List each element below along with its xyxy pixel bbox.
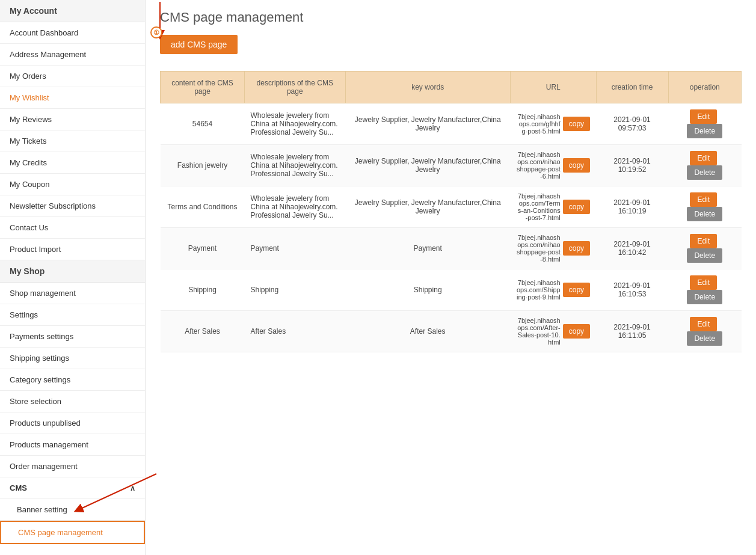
table-row: Terms and Conditions Wholesale jewelery … — [161, 186, 742, 228]
sidebar-item-account-dashboard[interactable]: Account Dashboard — [0, 22, 145, 44]
cell-description: Payment — [245, 228, 346, 269]
edit-button[interactable]: Edit — [690, 192, 717, 207]
cell-keywords: Jewelry Supplier, Jewelry Manufacturer,C… — [345, 103, 510, 145]
cell-description: Wholesale jewelery from China at Nihaoje… — [245, 145, 346, 186]
sidebar-item-products-unpublised[interactable]: Products unpublised — [0, 412, 145, 434]
sidebar-item-my-credits[interactable]: My Credits — [0, 152, 145, 174]
delete-button[interactable]: Delete — [687, 207, 722, 221]
copy-button[interactable]: copy — [563, 117, 590, 131]
sidebar-item-address-management[interactable]: Address Management — [0, 44, 145, 66]
sidebar-item-category-settings[interactable]: Category settings — [0, 369, 145, 391]
cell-content: Terms and Conditions — [161, 186, 245, 228]
sidebar-item-cms-page-management[interactable]: CMS page management — [0, 521, 145, 544]
sidebar-item-cms[interactable]: CMS ∧ — [0, 477, 145, 499]
cell-creation-time: 2021-09-01 16:10:42 — [596, 228, 668, 269]
cell-content: After Sales — [161, 311, 245, 352]
col-content: content of the CMS page — [161, 72, 245, 103]
cell-creation-time: 2021-09-01 16:10:53 — [596, 269, 668, 311]
main-content: CMS page management ① add CMS page conte… — [146, 0, 756, 555]
chevron-up-icon: ∧ — [130, 484, 135, 492]
cell-creation-time: 2021-09-01 16:11:05 — [596, 311, 668, 352]
cell-operation: Edit Delete — [668, 311, 742, 352]
sidebar-item-payments-settings[interactable]: Payments settings — [0, 326, 145, 348]
edit-button[interactable]: Edit — [690, 275, 717, 290]
sidebar-item-my-orders[interactable]: My Orders — [0, 66, 145, 87]
cell-operation: Edit Delete — [668, 103, 742, 145]
copy-button[interactable]: copy — [563, 283, 590, 297]
cell-url: 7bjeej.nihaoshops.com/After-Sales-post-1… — [510, 311, 596, 352]
page-title: CMS page management — [160, 10, 742, 25]
cell-operation: Edit Delete — [668, 269, 742, 311]
sidebar-item-my-tickets[interactable]: My Tickets — [0, 130, 145, 152]
sidebar: My Account Account Dashboard Address Man… — [0, 0, 146, 555]
sidebar-item-product-import[interactable]: Product Import — [0, 239, 145, 260]
cell-description: Shipping — [245, 269, 346, 311]
delete-button[interactable]: Delete — [687, 124, 722, 138]
edit-button[interactable]: Edit — [690, 234, 717, 248]
my-shop-header: My Shop — [0, 260, 145, 283]
edit-button[interactable]: Edit — [690, 109, 717, 124]
copy-button[interactable]: copy — [563, 324, 590, 339]
cell-keywords: Jewelry Supplier, Jewelry Manufacturer,C… — [345, 145, 510, 186]
delete-button[interactable]: Delete — [687, 248, 722, 263]
delete-button[interactable]: Delete — [687, 331, 722, 346]
delete-button[interactable]: Delete — [687, 290, 722, 304]
sidebar-item-my-wishlist[interactable]: My Wishlist — [0, 87, 145, 109]
cell-url: 7bjeej.nihaoshops.com/Shipping-post-9.ht… — [510, 269, 596, 311]
table-row: 54654 Wholesale jewelery from China at N… — [161, 103, 742, 145]
sidebar-item-my-coupon[interactable]: My Coupon — [0, 174, 145, 195]
sidebar-item-store-selection[interactable]: Store selection — [0, 391, 145, 412]
edit-button[interactable]: Edit — [690, 151, 717, 165]
cell-operation: Edit Delete — [668, 186, 742, 228]
sidebar-item-newsletter[interactable]: Newsletter Subscriptions — [0, 195, 145, 217]
sidebar-item-banner-setting[interactable]: Banner setting — [0, 499, 145, 521]
cell-description: Wholesale jewelery from China at Nihaoje… — [245, 103, 346, 145]
cell-creation-time: 2021-09-01 09:57:03 — [596, 103, 668, 145]
cell-url: 7bjeej.nihaoshops.com/gfhhfg-post-5.html… — [510, 103, 596, 145]
cell-url: 7bjeej.nihaoshops.com/nihaoshoppage-post… — [510, 228, 596, 269]
edit-button[interactable]: Edit — [690, 317, 717, 331]
col-description: descriptions of the CMS page — [245, 72, 346, 103]
annotation-arrow-top — [142, 0, 190, 41]
my-account-header: My Account — [0, 0, 145, 22]
copy-button[interactable]: copy — [563, 200, 590, 214]
cell-creation-time: 2021-09-01 16:10:19 — [596, 186, 668, 228]
copy-button[interactable]: copy — [563, 158, 590, 173]
sidebar-item-shipping-settings[interactable]: Shipping settings — [0, 348, 145, 369]
cell-operation: Edit Delete — [668, 145, 742, 186]
cell-url: 7bjeej.nihaoshops.com/Terms-an-Conitions… — [510, 186, 596, 228]
cell-description: Wholesale jewelery from China at Nihaoje… — [245, 186, 346, 228]
table-row: Fashion jewelry Wholesale jewelery from … — [161, 145, 742, 186]
cell-content: Payment — [161, 228, 245, 269]
col-keywords: key words — [345, 72, 510, 103]
delete-button[interactable]: Delete — [687, 165, 722, 180]
sidebar-item-settings[interactable]: Settings — [0, 304, 145, 326]
cell-keywords: Jewelry Supplier, Jewelry Manufacturer,C… — [345, 186, 510, 228]
sidebar-item-my-reviews[interactable]: My Reviews — [0, 109, 145, 130]
col-url: URL — [510, 72, 596, 103]
sidebar-item-products-management[interactable]: Products management — [0, 434, 145, 456]
sidebar-item-contact-us[interactable]: Contact Us — [0, 217, 145, 239]
cell-description: After Sales — [245, 311, 346, 352]
cell-content: 54654 — [161, 103, 245, 145]
cell-creation-time: 2021-09-01 10:19:52 — [596, 145, 668, 186]
cell-keywords: Shipping — [345, 269, 510, 311]
cms-table: content of the CMS page descriptions of … — [160, 71, 742, 352]
table-row: After Sales After Sales After Sales 7bje… — [161, 311, 742, 352]
table-row: Shipping Shipping Shipping 7bjeej.nihaos… — [161, 269, 742, 311]
annotation-badge: ① — [150, 26, 162, 38]
copy-button[interactable]: copy — [563, 241, 590, 256]
sidebar-item-shop-management[interactable]: Shop management — [0, 283, 145, 304]
col-operation: operation — [668, 72, 742, 103]
col-creation-time: creation time — [596, 72, 668, 103]
cell-content: Fashion jewelry — [161, 145, 245, 186]
sidebar-item-order-management[interactable]: Order management — [0, 456, 145, 477]
table-row: Payment Payment Payment 7bjeej.nihaoshop… — [161, 228, 742, 269]
cell-url: 7bjeej.nihaoshops.com/nihaoshoppage-post… — [510, 145, 596, 186]
cell-content: Shipping — [161, 269, 245, 311]
cell-keywords: After Sales — [345, 311, 510, 352]
cell-keywords: Payment — [345, 228, 510, 269]
cell-operation: Edit Delete — [668, 228, 742, 269]
